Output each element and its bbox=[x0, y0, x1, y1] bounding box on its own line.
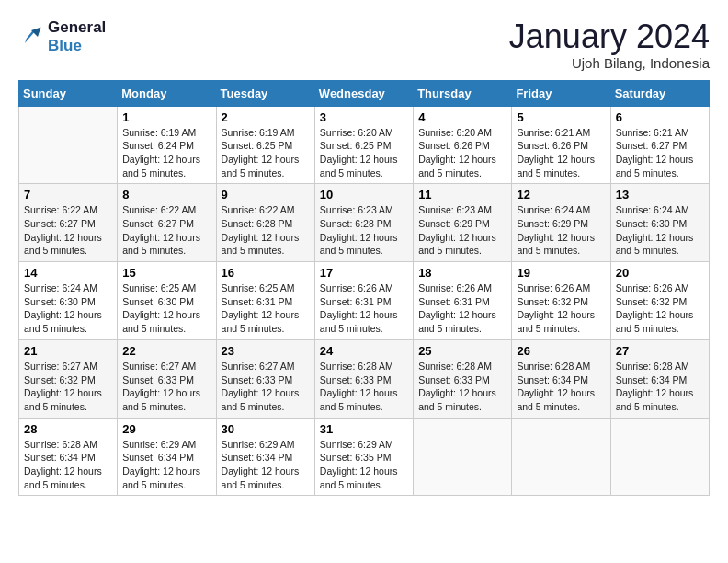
day-detail: Sunrise: 6:24 AMSunset: 6:30 PMDaylight:… bbox=[24, 282, 112, 336]
weekday-header-row: SundayMondayTuesdayWednesdayThursdayFrid… bbox=[19, 80, 710, 106]
day-number: 30 bbox=[222, 422, 310, 436]
calendar-cell: 25Sunrise: 6:28 AMSunset: 6:33 PMDayligh… bbox=[414, 339, 512, 418]
day-number: 22 bbox=[122, 344, 210, 358]
calendar-cell: 4Sunrise: 6:20 AMSunset: 6:26 PMDaylight… bbox=[414, 106, 512, 184]
calendar-cell bbox=[19, 106, 118, 184]
day-number: 6 bbox=[616, 110, 704, 124]
location: Ujoh Bilang, Indonesia bbox=[509, 55, 710, 71]
day-detail: Sunrise: 6:20 AMSunset: 6:25 PMDaylight:… bbox=[320, 126, 408, 180]
day-detail: Sunrise: 6:20 AMSunset: 6:26 PMDaylight:… bbox=[418, 126, 506, 180]
day-detail: Sunrise: 6:24 AMSunset: 6:29 PMDaylight:… bbox=[517, 203, 605, 258]
calendar-week-row: 28Sunrise: 6:28 AMSunset: 6:34 PMDayligh… bbox=[19, 418, 710, 496]
day-number: 20 bbox=[616, 266, 704, 280]
day-number: 4 bbox=[418, 110, 506, 124]
day-detail: Sunrise: 6:28 AMSunset: 6:34 PMDaylight:… bbox=[24, 438, 112, 492]
calendar-cell: 14Sunrise: 6:24 AMSunset: 6:30 PMDayligh… bbox=[19, 262, 118, 340]
day-number: 15 bbox=[122, 266, 210, 280]
calendar-cell: 21Sunrise: 6:27 AMSunset: 6:32 PMDayligh… bbox=[19, 339, 118, 418]
day-number: 13 bbox=[616, 188, 704, 201]
calendar-cell: 18Sunrise: 6:26 AMSunset: 6:31 PMDayligh… bbox=[414, 262, 512, 340]
day-number: 11 bbox=[418, 188, 506, 201]
day-detail: Sunrise: 6:28 AMSunset: 6:33 PMDaylight:… bbox=[418, 360, 506, 414]
weekday-header-monday: Monday bbox=[118, 80, 216, 106]
calendar-cell: 3Sunrise: 6:20 AMSunset: 6:25 PMDaylight… bbox=[314, 106, 413, 184]
day-number: 5 bbox=[517, 110, 605, 124]
weekday-header-thursday: Thursday bbox=[414, 80, 512, 106]
calendar-week-row: 14Sunrise: 6:24 AMSunset: 6:30 PMDayligh… bbox=[19, 262, 710, 340]
day-detail: Sunrise: 6:22 AMSunset: 6:28 PMDaylight:… bbox=[222, 203, 310, 258]
day-detail: Sunrise: 6:21 AMSunset: 6:27 PMDaylight:… bbox=[616, 126, 704, 180]
day-detail: Sunrise: 6:26 AMSunset: 6:31 PMDaylight:… bbox=[320, 282, 408, 336]
day-number: 10 bbox=[320, 188, 408, 201]
weekday-header-tuesday: Tuesday bbox=[216, 80, 314, 106]
day-number: 24 bbox=[320, 344, 408, 358]
calendar-week-row: 7Sunrise: 6:22 AMSunset: 6:27 PMDaylight… bbox=[19, 184, 710, 262]
calendar-cell bbox=[610, 418, 709, 496]
day-detail: Sunrise: 6:27 AMSunset: 6:33 PMDaylight:… bbox=[222, 360, 310, 414]
day-detail: Sunrise: 6:28 AMSunset: 6:33 PMDaylight:… bbox=[320, 360, 408, 414]
day-number: 3 bbox=[320, 110, 408, 124]
calendar-cell: 20Sunrise: 6:26 AMSunset: 6:32 PMDayligh… bbox=[610, 262, 709, 340]
day-detail: Sunrise: 6:27 AMSunset: 6:33 PMDaylight:… bbox=[122, 360, 210, 414]
day-number: 12 bbox=[517, 188, 605, 201]
day-detail: Sunrise: 6:25 AMSunset: 6:31 PMDaylight:… bbox=[222, 282, 310, 336]
calendar-cell bbox=[512, 418, 610, 496]
calendar-cell: 19Sunrise: 6:26 AMSunset: 6:32 PMDayligh… bbox=[512, 262, 610, 340]
weekday-header-saturday: Saturday bbox=[610, 80, 709, 106]
calendar-cell: 28Sunrise: 6:28 AMSunset: 6:34 PMDayligh… bbox=[19, 418, 118, 496]
day-number: 27 bbox=[616, 344, 704, 358]
calendar-cell: 22Sunrise: 6:27 AMSunset: 6:33 PMDayligh… bbox=[118, 339, 216, 418]
weekday-header-wednesday: Wednesday bbox=[314, 80, 413, 106]
calendar-table: SundayMondayTuesdayWednesdayThursdayFrid… bbox=[18, 80, 710, 497]
day-detail: Sunrise: 6:22 AMSunset: 6:27 PMDaylight:… bbox=[24, 203, 112, 258]
day-detail: Sunrise: 6:25 AMSunset: 6:30 PMDaylight:… bbox=[122, 282, 210, 336]
calendar-cell: 27Sunrise: 6:28 AMSunset: 6:34 PMDayligh… bbox=[610, 339, 709, 418]
day-number: 2 bbox=[222, 110, 310, 124]
day-detail: Sunrise: 6:19 AMSunset: 6:24 PMDaylight:… bbox=[122, 126, 210, 180]
day-detail: Sunrise: 6:26 AMSunset: 6:31 PMDaylight:… bbox=[418, 282, 506, 336]
weekday-header-friday: Friday bbox=[512, 80, 610, 106]
day-detail: Sunrise: 6:21 AMSunset: 6:26 PMDaylight:… bbox=[517, 126, 605, 180]
calendar-cell: 17Sunrise: 6:26 AMSunset: 6:31 PMDayligh… bbox=[314, 262, 413, 340]
day-detail: Sunrise: 6:28 AMSunset: 6:34 PMDaylight:… bbox=[517, 360, 605, 414]
day-number: 25 bbox=[418, 344, 506, 358]
day-number: 18 bbox=[418, 266, 506, 280]
calendar-cell: 9Sunrise: 6:22 AMSunset: 6:28 PMDaylight… bbox=[216, 184, 314, 262]
logo-icon bbox=[18, 24, 44, 50]
calendar-cell: 10Sunrise: 6:23 AMSunset: 6:28 PMDayligh… bbox=[314, 184, 413, 262]
calendar-cell: 23Sunrise: 6:27 AMSunset: 6:33 PMDayligh… bbox=[216, 339, 314, 418]
calendar-week-row: 1Sunrise: 6:19 AMSunset: 6:24 PMDaylight… bbox=[19, 106, 710, 184]
calendar-cell: 30Sunrise: 6:29 AMSunset: 6:34 PMDayligh… bbox=[216, 418, 314, 496]
day-number: 23 bbox=[222, 344, 310, 358]
logo-text: General Blue bbox=[48, 18, 106, 55]
day-number: 16 bbox=[222, 266, 310, 280]
day-detail: Sunrise: 6:27 AMSunset: 6:32 PMDaylight:… bbox=[24, 360, 112, 414]
calendar-cell: 1Sunrise: 6:19 AMSunset: 6:24 PMDaylight… bbox=[118, 106, 216, 184]
calendar-cell: 26Sunrise: 6:28 AMSunset: 6:34 PMDayligh… bbox=[512, 339, 610, 418]
title-block: January 2024 Ujoh Bilang, Indonesia bbox=[509, 18, 710, 71]
calendar-week-row: 21Sunrise: 6:27 AMSunset: 6:32 PMDayligh… bbox=[19, 339, 710, 418]
day-number: 19 bbox=[517, 266, 605, 280]
calendar-cell: 11Sunrise: 6:23 AMSunset: 6:29 PMDayligh… bbox=[414, 184, 512, 262]
logo: General Blue bbox=[18, 18, 106, 55]
calendar-cell: 31Sunrise: 6:29 AMSunset: 6:35 PMDayligh… bbox=[314, 418, 413, 496]
day-number: 17 bbox=[320, 266, 408, 280]
calendar-cell: 29Sunrise: 6:29 AMSunset: 6:34 PMDayligh… bbox=[118, 418, 216, 496]
day-detail: Sunrise: 6:23 AMSunset: 6:29 PMDaylight:… bbox=[418, 203, 506, 258]
day-detail: Sunrise: 6:26 AMSunset: 6:32 PMDaylight:… bbox=[517, 282, 605, 336]
day-detail: Sunrise: 6:29 AMSunset: 6:35 PMDaylight:… bbox=[320, 438, 408, 492]
page-header: General Blue January 2024 Ujoh Bilang, I… bbox=[18, 18, 710, 71]
calendar-cell: 8Sunrise: 6:22 AMSunset: 6:27 PMDaylight… bbox=[118, 184, 216, 262]
calendar-cell: 2Sunrise: 6:19 AMSunset: 6:25 PMDaylight… bbox=[216, 106, 314, 184]
day-number: 8 bbox=[122, 188, 210, 201]
calendar-cell: 13Sunrise: 6:24 AMSunset: 6:30 PMDayligh… bbox=[610, 184, 709, 262]
calendar-cell bbox=[414, 418, 512, 496]
day-number: 26 bbox=[517, 344, 605, 358]
day-detail: Sunrise: 6:22 AMSunset: 6:27 PMDaylight:… bbox=[122, 203, 210, 258]
day-number: 7 bbox=[24, 188, 112, 201]
calendar-cell: 6Sunrise: 6:21 AMSunset: 6:27 PMDaylight… bbox=[610, 106, 709, 184]
day-number: 31 bbox=[320, 422, 408, 436]
day-detail: Sunrise: 6:23 AMSunset: 6:28 PMDaylight:… bbox=[320, 203, 408, 258]
day-number: 21 bbox=[24, 344, 112, 358]
day-number: 29 bbox=[122, 422, 210, 436]
